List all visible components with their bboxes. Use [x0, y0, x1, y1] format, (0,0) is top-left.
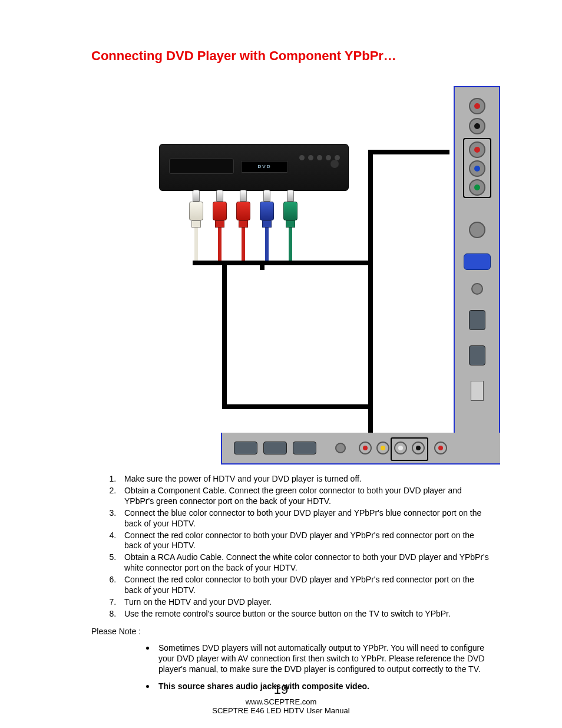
component-plug-blue	[259, 190, 275, 264]
wire	[309, 261, 373, 265]
instruction-item: Obtain a RCA Audio Cable. Connect the wh…	[118, 552, 500, 575]
rca-plug-white	[189, 190, 204, 264]
footer-manual-title: SCEPTRE E46 LED HDTV User Manual	[0, 706, 562, 715]
instruction-item: Use the remote control's source button o…	[118, 609, 500, 621]
audio-jack-icon	[335, 443, 346, 453]
rca-jack-yellow-icon	[376, 442, 389, 454]
coax-port-icon	[469, 222, 485, 238]
wire	[193, 261, 313, 265]
wire	[260, 265, 265, 270]
rca-jack-red-icon	[359, 442, 372, 454]
vga-port-icon	[464, 253, 491, 270]
wire	[222, 265, 227, 407]
page-footer: 19 www.SCEPTRE.com SCEPTRE E46 LED HDTV …	[0, 682, 562, 715]
connection-diagram: DVD	[91, 74, 500, 463]
instruction-item: Connect the red color connector to both …	[118, 531, 500, 553]
note-item: Sometimes DVD players will not automatic…	[156, 641, 492, 680]
tv-bottom-panel	[221, 433, 500, 465]
usb-port-icon	[471, 381, 484, 401]
footer-url: www.SCEPTRE.com	[0, 697, 562, 706]
rca-plug-red	[212, 190, 227, 264]
instruction-item: Turn on the HDTV and your DVD player.	[118, 597, 500, 609]
wire	[222, 404, 372, 409]
wire	[368, 150, 373, 409]
please-note-label: Please Note :	[91, 627, 500, 636]
hdmi-port-icon	[263, 442, 287, 454]
wire	[368, 150, 449, 154]
component-plug-green	[283, 190, 298, 264]
hdmi-port-icon	[234, 442, 257, 454]
hdmi-port-icon	[469, 345, 485, 365]
dvd-display-label: DVD	[241, 161, 288, 173]
instruction-item: Obtain a Component Cable. Connect the gr…	[118, 486, 500, 508]
hdmi-port-icon	[469, 310, 485, 330]
instruction-item: Connect the blue color connector to both…	[118, 508, 500, 531]
rca-jack-black-icon	[412, 442, 425, 454]
component-plug-red	[236, 190, 251, 264]
hdmi-port-icon	[293, 442, 316, 454]
instruction-list: Make sure the power of HDTV and your DVD…	[91, 474, 500, 621]
audio-jack-icon	[471, 283, 483, 295]
page-number: 19	[0, 682, 562, 697]
instruction-item: Connect the red color connector to both …	[118, 575, 500, 597]
instruction-item: Make sure the power of HDTV and your DVD…	[118, 474, 500, 486]
rca-jack-red-icon	[434, 442, 447, 454]
component-cable-plugs	[189, 190, 298, 264]
rca-jack-white-icon	[394, 442, 407, 454]
dvd-player-illustration: DVD	[159, 144, 349, 191]
page-heading: Connecting DVD Player with Component YPb…	[91, 48, 500, 64]
tv-side-panel	[454, 86, 500, 465]
